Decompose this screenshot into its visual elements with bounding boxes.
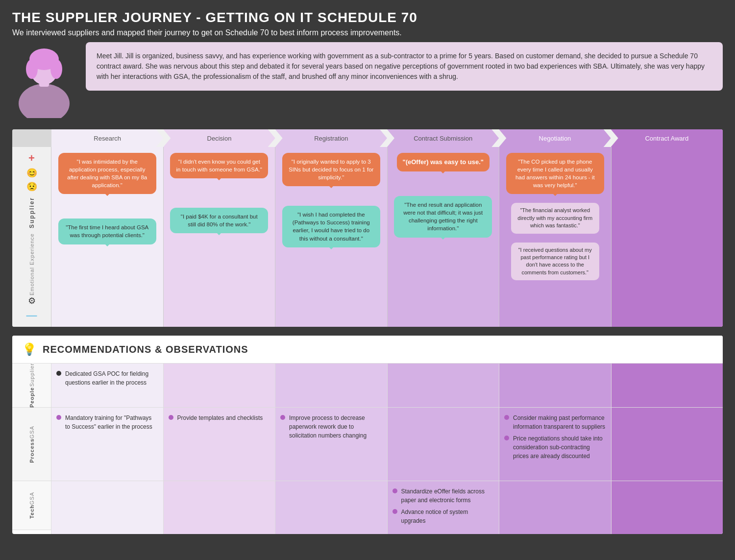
rec-people-decision: [164, 364, 276, 407]
bubble-negotiation-negative: "I received questions about my past perf…: [511, 243, 599, 281]
col-registration: "I originally wanted to apply to 3 SINs …: [275, 147, 388, 327]
sad-face-icon: 😟: [26, 181, 37, 192]
rec-process-registration: Improve process to decrease paperwork re…: [275, 408, 388, 481]
rec-process-decision: Provide templates and checklists: [164, 408, 276, 481]
rec-tech-research: [51, 481, 164, 534]
rec-row-people: Dedicated GSA POC for fielding questions…: [51, 364, 723, 408]
phase-research: Research: [51, 129, 163, 147]
emotion-columns: "I was intimidated by the application pr…: [51, 147, 723, 327]
page-title: THE SUPPLIER JOURNEY - GETTING ON IT SCH…: [12, 10, 723, 25]
rec-tech-submission: Standardize eOffer fields across paper a…: [388, 481, 500, 534]
bullet-item: Price negotiations should take into cons…: [504, 434, 606, 461]
rec-people-award: [612, 364, 723, 407]
rec-row-process: Mandatory training for "Pathways to Succ…: [51, 408, 723, 481]
emotion-grid: + 😊 😟 Supplier Emotional Experience ⚙ — …: [12, 147, 723, 327]
label-tech: GSA Tech: [12, 481, 51, 530]
bullet-item: Provide templates and checklists: [169, 414, 270, 422]
bubble-decision-positive: "I didn't even know you could get in tou…: [170, 153, 268, 178]
label-people: Supplier People: [12, 364, 51, 408]
rec-people-negotiation: [499, 364, 612, 407]
rec-process-negotiation: Consider making past performance informa…: [499, 408, 612, 481]
svg-point-0: [19, 84, 70, 118]
bubble-registration-negative: "I wish I had completed the (Pathways to…: [282, 206, 380, 247]
bubble-registration-positive: "I originally wanted to apply to 3 SINs …: [282, 153, 380, 186]
bullet-item: Advance notice of system upgrades: [392, 508, 494, 525]
emotion-top-icons: + 😊 😟: [26, 152, 37, 192]
col-award: [612, 147, 723, 327]
rec-tech-negotiation: [499, 481, 612, 534]
rec-tech-award: [612, 481, 723, 534]
bubble-negotiation-positive: "The CO picked up the phone every time I…: [506, 153, 604, 194]
positive-icon: +: [28, 152, 35, 165]
rec-row-tech: Standardize eOffer fields across paper a…: [51, 481, 723, 534]
col-decision: "I didn't even know you could get in tou…: [164, 147, 276, 327]
rec-process-award: [612, 408, 723, 481]
persona-description: Meet Jill. Jill is organized, business s…: [86, 42, 723, 91]
bullet-item: Mandatory training for "Pathways to Succ…: [56, 414, 158, 431]
col-research: "I was intimidated by the application pr…: [51, 147, 164, 327]
lightbulb-icon: 💡: [22, 342, 37, 356]
bullet-item: Standardize eOffer fields across paper a…: [392, 487, 494, 505]
persona-avatar: [12, 42, 76, 121]
rec-tech-registration: [275, 481, 388, 534]
recommendations-header: 💡 RECOMMENDATIONS & OBSERVATIONS: [12, 336, 723, 364]
bubble-submission-positive: "(eOffer) was easy to use.": [397, 153, 490, 171]
bubble-negotiation-extra: "The financial analyst worked directly w…: [511, 203, 599, 233]
svg-point-5: [50, 59, 62, 79]
journey-map: Research Decision Registration Contract …: [12, 129, 723, 327]
phase-decision: Decision: [163, 129, 275, 147]
bullet-item: Consider making past performance informa…: [504, 414, 606, 431]
phase-registration: Registration: [275, 129, 387, 147]
bullet-dot: [392, 509, 397, 514]
col-negotiation: "The CO picked up the phone every time I…: [499, 147, 612, 327]
label-process: GSA Process: [12, 408, 51, 481]
bullet-dot: [56, 415, 61, 420]
bullet-dot: [504, 415, 509, 420]
bullet-dot: [504, 436, 509, 440]
rec-tech-decision: [164, 481, 276, 534]
bullet-item: Improve process to decrease paperwork re…: [280, 414, 382, 440]
emotional-experience-label: Emotional Experience: [29, 233, 35, 295]
rec-process-research: Mandatory training for "Pathways to Succ…: [51, 408, 164, 481]
happy-face-icon: 😊: [26, 168, 37, 178]
phase-award: Contract Award: [611, 129, 723, 147]
bubble-submission-negative: "The end result and application were not…: [394, 196, 492, 237]
phase-negotiation: Negotiation: [499, 129, 611, 147]
emotion-bottom-icons: ⚙ —: [26, 295, 37, 322]
rec-people-registration: [275, 364, 388, 407]
supplier-label: Supplier: [28, 197, 35, 228]
rec-grid: Supplier People GSA Process GSA Tech: [12, 364, 723, 534]
recommendations-title: RECOMMENDATIONS & OBSERVATIONS: [43, 344, 248, 355]
bullet-dot: [169, 415, 173, 420]
main-container: THE SUPPLIER JOURNEY - GETTING ON IT SCH…: [0, 0, 735, 544]
bullet-item: Dedicated GSA POC for fielding questions…: [56, 369, 158, 387]
emotion-sidebar: + 😊 😟 Supplier Emotional Experience ⚙ —: [12, 147, 51, 327]
bubble-research-negative: "The first time I heard about GSA was th…: [58, 219, 156, 244]
bullet-dot: [280, 415, 285, 420]
col-submission: "(eOffer) was easy to use." "The end res…: [388, 147, 500, 327]
bullet-dot: [392, 488, 397, 493]
rec-people-research: Dedicated GSA POC for fielding questions…: [51, 364, 164, 407]
persona-section: Meet Jill. Jill is organized, business s…: [12, 42, 723, 121]
rec-people-submission: [388, 364, 500, 407]
phases-header: Research Decision Registration Contract …: [12, 129, 723, 147]
bullet-dot: [56, 371, 61, 376]
svg-point-4: [26, 59, 38, 79]
bubble-decision-negative: "I paid $4K for a consultant but still d…: [170, 208, 268, 233]
gear-icon: ⚙: [28, 295, 36, 306]
rec-content: Dedicated GSA POC for fielding questions…: [51, 364, 723, 534]
row-labels: Supplier People GSA Process GSA Tech: [12, 364, 51, 534]
page-subtitle: We interviewed suppliers and mapped thei…: [12, 28, 723, 37]
bubble-research-positive: "I was intimidated by the application pr…: [58, 153, 156, 194]
recommendations-section: 💡 RECOMMENDATIONS & OBSERVATIONS Supplie…: [12, 336, 723, 534]
negative-icon: —: [26, 309, 37, 322]
phase-submission: Contract Submission: [387, 129, 499, 147]
page-header: THE SUPPLIER JOURNEY - GETTING ON IT SCH…: [12, 10, 723, 37]
rec-process-submission: [388, 408, 500, 481]
